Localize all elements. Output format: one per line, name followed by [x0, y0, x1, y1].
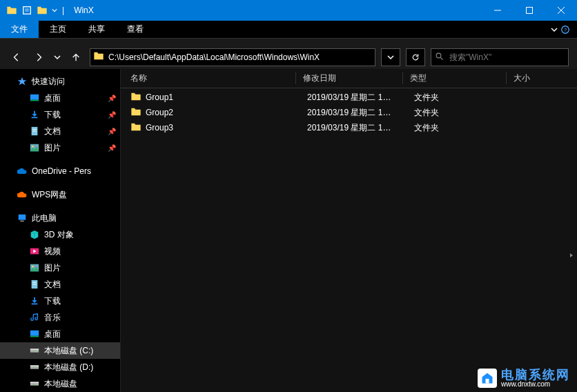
address-dropdown-button[interactable] — [381, 48, 400, 66]
properties-icon[interactable] — [21, 4, 33, 17]
address-folder-icon — [93, 51, 106, 63]
recent-dropdown[interactable] — [52, 49, 62, 66]
document-icon — [29, 279, 40, 290]
qat-folder-icon[interactable] — [36, 4, 48, 17]
file-row[interactable]: Group22019/03/19 星期二 1…文件夹 — [121, 105, 577, 120]
svg-point-17 — [32, 146, 34, 148]
picture-icon — [29, 142, 40, 153]
watermark-text: 电脑系统网 — [501, 369, 570, 381]
folder-icon — [6, 4, 18, 17]
svg-rect-27 — [30, 336, 39, 337]
sidebar-quick-item[interactable]: 文档📌 — [0, 123, 120, 139]
sidebar-item-label: 音乐 — [44, 312, 61, 324]
pin-icon: 📌 — [108, 95, 116, 102]
ribbon-expand-button[interactable]: ? — [544, 21, 577, 38]
sidebar-pc-item[interactable]: 本地磁盘 (D:) — [0, 359, 120, 375]
scrollbar-arrow-icon[interactable] — [566, 248, 577, 262]
folder-icon — [130, 92, 141, 103]
search-icon — [436, 52, 445, 62]
3d-icon — [29, 229, 40, 240]
sidebar-quick-access[interactable]: 快速访问 — [0, 73, 120, 90]
document-icon — [29, 126, 40, 137]
addressbar — [0, 46, 577, 69]
svg-rect-18 — [19, 215, 26, 220]
sidebar-pc-item[interactable]: 本地磁盘 — [0, 375, 120, 392]
qat-dropdown-icon[interactable] — [51, 4, 58, 17]
window-title: WinX — [74, 6, 94, 15]
pin-icon: 📌 — [108, 128, 116, 135]
disk-icon — [29, 378, 40, 389]
file-date: 2019/03/19 星期二 1… — [307, 122, 414, 134]
column-type[interactable]: 类型 — [410, 72, 507, 84]
sidebar-item-label: 文档 — [44, 279, 61, 291]
refresh-button[interactable] — [406, 48, 425, 66]
share-tab[interactable]: 共享 — [77, 21, 116, 38]
file-date: 2019/03/19 星期二 1… — [307, 92, 414, 104]
sidebar-pc-item[interactable]: 文档 — [0, 276, 120, 293]
disk-icon — [29, 362, 40, 373]
sidebar-item-label: 本地磁盘 (C:) — [44, 345, 93, 357]
download-icon — [29, 295, 40, 306]
home-tab[interactable]: 主页 — [39, 21, 77, 38]
file-row[interactable]: Group32019/03/19 星期二 1…文件夹 — [121, 120, 577, 135]
sidebar-pc-item[interactable]: 视频 — [0, 243, 120, 259]
svg-point-33 — [37, 367, 38, 369]
sidebar-pc-item[interactable]: 音乐 — [0, 309, 120, 326]
disk-icon — [29, 345, 40, 356]
file-type: 文件夹 — [414, 122, 518, 134]
svg-rect-4 — [527, 8, 533, 14]
sidebar-item-label: 本地磁盘 (D:) — [44, 362, 93, 373]
search-input[interactable] — [449, 52, 564, 62]
forward-button[interactable] — [30, 49, 47, 66]
sidebar-pc-item[interactable]: 图片 — [0, 259, 120, 276]
file-list: Group12019/03/19 星期二 1…文件夹Group22019/03/… — [121, 88, 577, 137]
svg-rect-35 — [30, 382, 39, 383]
file-panel: 名称 修改日期 类型 大小 Group12019/03/19 星期二 1…文件夹… — [121, 69, 577, 392]
watermark-url: www.dnxtw.com — [501, 381, 570, 388]
svg-rect-11 — [30, 95, 39, 100]
sidebar-quick-item[interactable]: 图片📌 — [0, 139, 120, 156]
file-type: 文件夹 — [414, 92, 518, 104]
address-input[interactable] — [108, 52, 372, 62]
sidebar-pc-item[interactable]: 3D 对象 — [0, 226, 120, 243]
download-icon — [29, 109, 40, 120]
file-tab[interactable]: 文件 — [0, 21, 39, 38]
column-name[interactable]: 名称 — [130, 72, 296, 84]
maximize-button[interactable] — [514, 0, 545, 21]
sidebar-quick-item[interactable]: 桌面📌 — [0, 90, 120, 106]
file-name: Group1 — [146, 92, 307, 102]
picture-icon — [29, 262, 40, 273]
pin-icon: 📌 — [108, 144, 116, 152]
column-size[interactable]: 大小 — [514, 72, 569, 84]
video-icon — [29, 246, 40, 257]
file-row[interactable]: Group12019/03/19 星期二 1…文件夹 — [121, 90, 577, 105]
svg-rect-37 — [486, 379, 489, 384]
sidebar-item-label: 图片 — [44, 262, 61, 274]
search-field-wrap[interactable] — [431, 48, 569, 66]
folder-icon — [130, 107, 141, 118]
sidebar-onedrive[interactable]: OneDrive - Pers — [0, 163, 120, 179]
sidebar-item-label: 桌面 — [44, 92, 61, 104]
sidebar-pc-item[interactable]: 下载 — [0, 293, 120, 309]
view-tab[interactable]: 查看 — [116, 21, 155, 38]
column-headers: 名称 修改日期 类型 大小 — [121, 69, 577, 88]
up-button[interactable] — [68, 49, 84, 66]
address-field-wrap[interactable] — [90, 48, 375, 66]
star-icon — [17, 76, 28, 87]
svg-point-30 — [37, 351, 38, 352]
sidebar: 快速访问 桌面📌下载📌文档📌图片📌 OneDrive - Pers WPS网盘 … — [0, 69, 121, 392]
column-date[interactable]: 修改日期 — [303, 72, 403, 84]
sidebar-quick-item[interactable]: 下载📌 — [0, 106, 120, 123]
sidebar-label: 快速访问 — [32, 76, 65, 88]
back-button[interactable] — [8, 49, 25, 66]
sidebar-this-pc[interactable]: 此电脑 — [0, 210, 120, 226]
close-button[interactable] — [545, 0, 577, 21]
music-icon — [29, 312, 40, 323]
sidebar-pc-item[interactable]: 桌面 — [0, 326, 120, 342]
window-controls — [482, 0, 577, 21]
minimize-button[interactable] — [482, 0, 514, 21]
sidebar-wps[interactable]: WPS网盘 — [0, 186, 120, 203]
svg-rect-29 — [30, 349, 39, 350]
svg-rect-0 — [23, 7, 31, 14]
sidebar-pc-item[interactable]: 本地磁盘 (C:) — [0, 342, 120, 359]
